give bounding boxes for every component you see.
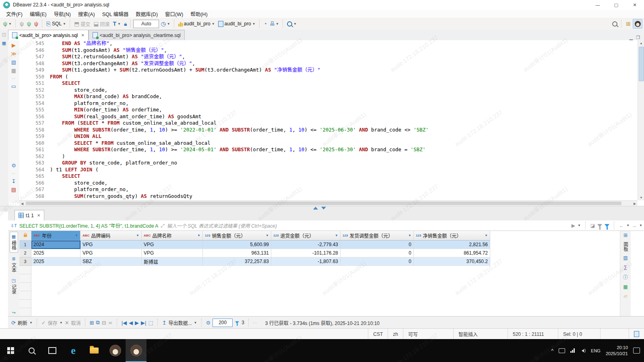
tray-expand-icon[interactable]: ^	[551, 348, 553, 354]
code-line-567[interactable]: 567 platform_order_no,	[19, 186, 638, 193]
grid-cell[interactable]: 2,821.56	[414, 241, 490, 249]
grid-cell[interactable]: 0	[341, 257, 414, 266]
row-number[interactable]: 3	[19, 257, 31, 266]
panels-label[interactable]: 面板	[622, 242, 629, 251]
export-icon[interactable]: ↥	[162, 320, 167, 326]
sql-console-icon[interactable]: ▭	[11, 84, 16, 89]
delete-row-icon[interactable]: ⊟	[102, 320, 106, 326]
scroll-down-icon[interactable]: ▼	[638, 195, 644, 200]
code-line-552[interactable]: 552 store_code,	[19, 87, 638, 94]
erase-filter-icon[interactable]: ◪	[590, 223, 595, 228]
connect-button[interactable]: ψ	[18, 20, 25, 27]
references-panel-icon[interactable]: ▦	[623, 284, 627, 290]
code-line-565[interactable]: 565 SELECT	[19, 173, 638, 180]
last-row-icon[interactable]: ▶|	[141, 320, 146, 326]
menu-item-2[interactable]: 编辑(E)	[26, 10, 50, 18]
column-header-5[interactable]: 123退货金额（元）▼	[271, 231, 341, 241]
restore-view-icon[interactable]: ◫	[2, 31, 6, 37]
close-icon[interactable]: ✕	[37, 213, 40, 218]
nav-forward-icon[interactable]: →	[632, 223, 637, 228]
code-line-566[interactable]: 566 store_code,	[19, 180, 638, 187]
value-viewer-icon[interactable]: ▥	[623, 255, 627, 261]
grid-cell[interactable]: 2024	[31, 241, 80, 249]
filter-history-dropdown-icon[interactable]: ▼	[578, 224, 581, 227]
menu-item-7[interactable]: 窗口(W)	[161, 10, 187, 18]
grid-cell[interactable]: -1,807.63	[271, 257, 341, 266]
filter-input[interactable]: 输入一个 SQL 表达式来过滤结果 (使用 Ctrl+Space)	[167, 222, 569, 229]
execute-script-icon[interactable]: ≫	[11, 51, 17, 57]
grid-cell[interactable]: -2,779.43	[271, 241, 341, 249]
scroll-up-icon[interactable]: ▲	[638, 40, 644, 46]
export-from-query-icon[interactable]: ↧	[12, 179, 16, 184]
code-line-556[interactable]: 556 SUM(real_goods_amt_order_time) AS go…	[19, 113, 638, 120]
grid-cell[interactable]: 5,600.99	[203, 241, 271, 249]
transaction-log-button[interactable]: ◷▼	[159, 20, 171, 27]
menu-item-1[interactable]: 文件(F)	[2, 10, 26, 18]
rollback-button[interactable]: ⬓回滚	[92, 20, 111, 28]
column-header-7[interactable]: 123净销售金额（元）▼	[414, 231, 490, 241]
code-line-561[interactable]: 561 WHERE SUBSTR(order_time, 1, 10) >= '…	[19, 146, 638, 153]
minimize-button[interactable]: —	[588, 0, 607, 10]
code-line-547[interactable]: 547 SUM(t2.returnGoodsAmt) AS "退货金额（元）",	[19, 53, 638, 60]
prev-row-icon[interactable]: ◀	[129, 320, 133, 326]
grid-cell[interactable]: VPG	[80, 241, 142, 249]
column-header-6[interactable]: 123发货调整金额（元）▼	[341, 231, 414, 241]
menu-item-6[interactable]: 数据库(D)	[132, 10, 161, 18]
scrollbar-thumb[interactable]	[26, 202, 621, 205]
code-line-564[interactable]: 564) t1 LEFT JOIN (	[19, 167, 638, 173]
input-language[interactable]: ENG	[591, 348, 601, 353]
grid-corner-cell[interactable]	[19, 231, 31, 241]
refresh-label[interactable]: 刷新	[18, 319, 27, 326]
refresh-icon[interactable]: ⟳	[11, 320, 16, 326]
reconnect-button[interactable]: ψ	[25, 20, 33, 27]
column-filter-dropdown-icon[interactable]: ▼	[335, 234, 338, 237]
output-log-icon[interactable]: ▤	[11, 187, 16, 193]
column-filter-dropdown-icon[interactable]: ▼	[266, 234, 269, 237]
grid-cell[interactable]: 370,450.2	[414, 257, 490, 266]
pinned-app-button[interactable]	[105, 339, 126, 362]
taskbar-clock[interactable]: 20:10 2025/10/21	[606, 345, 628, 356]
code-line-560[interactable]: 560 SELECT * FROM custom_online_sale_abr…	[19, 140, 638, 147]
chevron-down-icon[interactable]: ▼	[60, 321, 63, 325]
transaction-lock-button[interactable]: 🔒︎	[122, 20, 128, 27]
close-icon[interactable]: ✕	[81, 33, 84, 37]
column-filter-dropdown-icon[interactable]: ▼	[408, 234, 411, 237]
disconnect-button[interactable]: ψ	[33, 20, 40, 27]
schema-selector[interactable]: audit_bi_pro▼	[217, 20, 257, 28]
dashboard-button[interactable]: ◔	[262, 20, 268, 27]
expand-filter-icon[interactable]: ⤢	[161, 223, 165, 228]
editor-horizontal-scrollbar[interactable]: ◀ ▶	[19, 200, 638, 206]
database-navigator-icon[interactable]: ▦	[2, 40, 6, 46]
chevron-down-icon[interactable]: ▼	[639, 224, 642, 227]
row-number[interactable]: 1	[19, 241, 31, 249]
fetch-settings-gear-icon[interactable]: ⚙	[206, 320, 211, 326]
code-line-555[interactable]: 555 MIN(order_time) AS orderTime,	[19, 107, 638, 113]
menu-item-4[interactable]: 搜索(A)	[74, 10, 99, 18]
compare-structure-button[interactable]: 品▼	[268, 20, 281, 27]
metadata-panel-icon[interactable]: ⓘ	[623, 274, 628, 280]
code-line-558[interactable]: 558 WHERE SUBSTR(order_time, 1, 10) >= '…	[19, 127, 638, 134]
column-filter-dropdown-icon[interactable]: ▼	[197, 234, 200, 237]
menu-item-8[interactable]: 帮助(H)	[187, 10, 211, 18]
minimize-editor-icon[interactable]: ▁	[630, 35, 633, 40]
grid-cell[interactable]: -101,176.28	[271, 249, 341, 257]
file-explorer-button[interactable]	[84, 339, 105, 362]
grid-cell[interactable]: 2025	[31, 257, 80, 266]
column-filter-dropdown-icon[interactable]: ▼	[136, 234, 139, 237]
search-metadata-button[interactable]: ▼	[285, 21, 298, 27]
chevron-down-icon[interactable]: ▼	[194, 321, 197, 325]
add-row-icon[interactable]: ⊞	[90, 320, 94, 326]
menu-item-3[interactable]: 导航(N)	[50, 10, 74, 18]
code-line-551[interactable]: 551 SELECT	[19, 80, 638, 87]
presentation-tab-栅格[interactable]: ▦栅格	[10, 232, 18, 253]
commit-button[interactable]: ⬒提交	[72, 20, 92, 28]
save-label[interactable]: 保存	[48, 319, 58, 326]
fetch-filter-icon[interactable]	[235, 321, 239, 324]
cancel-icon[interactable]: ✕	[65, 320, 69, 326]
result-grid-icon[interactable]: ▦	[11, 68, 16, 74]
code-line-559[interactable]: 559 UNION ALL	[19, 133, 638, 140]
transaction-mode-button[interactable]: T▼	[111, 20, 122, 27]
quick-access-search-button[interactable]	[611, 21, 619, 27]
scroll-right-icon[interactable]: ▶	[632, 201, 638, 206]
grouping-panel-icon[interactable]: ▱	[623, 293, 627, 299]
